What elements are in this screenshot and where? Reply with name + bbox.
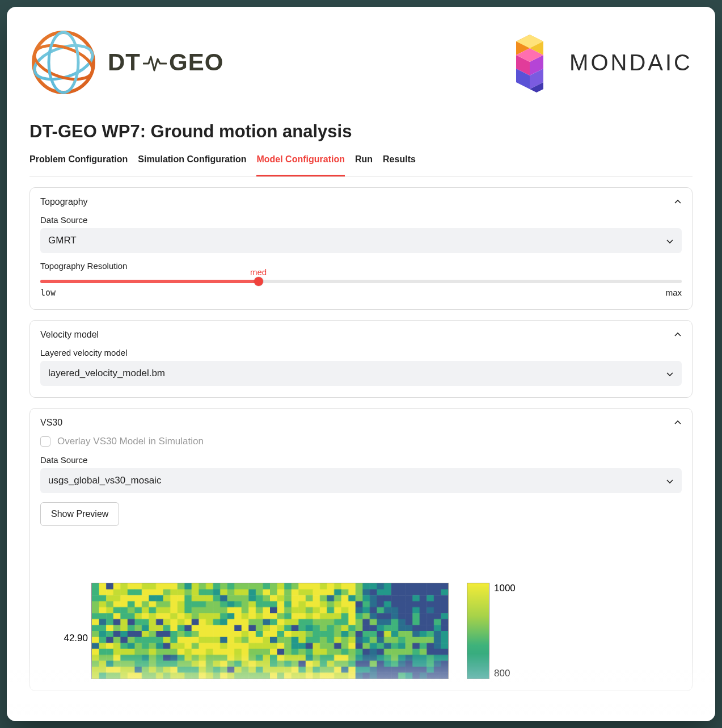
tab-results[interactable]: Results xyxy=(383,152,416,176)
label-topography-data-source: Data Source xyxy=(40,215,682,225)
svg-point-0 xyxy=(33,32,94,92)
pulse-icon xyxy=(143,52,167,73)
slider-value-label: med xyxy=(250,267,267,277)
page-title: DT-GEO WP7: Ground motion analysis xyxy=(29,121,693,142)
tab-run[interactable]: Run xyxy=(355,152,373,176)
tabs: Problem Configuration Simulation Configu… xyxy=(29,152,693,177)
slider-track xyxy=(40,280,682,283)
globe-icon xyxy=(29,28,98,96)
cubes-icon xyxy=(503,31,557,94)
colorbar: 1000 800 xyxy=(467,583,516,679)
logo-text-geo: GEO xyxy=(169,49,223,76)
select-vs30-data-source[interactable]: usgs_global_vs30_mosaic xyxy=(40,468,682,493)
slider-fill xyxy=(40,280,259,283)
card-topography-title: Topography xyxy=(40,197,88,207)
card-vs30-title: VS30 xyxy=(40,418,62,428)
slider-min-label: low xyxy=(40,288,56,298)
card-topography: Topography Data Source GMRT Topography R… xyxy=(29,187,693,310)
slider-thumb[interactable] xyxy=(254,277,263,286)
overlay-vs30-row: Overlay VS30 Model in Simulation xyxy=(40,436,682,447)
show-preview-button[interactable]: Show Preview xyxy=(40,502,119,526)
chevron-up-icon xyxy=(674,331,682,339)
slider-range-labels: low max xyxy=(40,288,682,298)
chevron-up-icon xyxy=(674,419,682,427)
chevron-down-icon xyxy=(666,477,674,485)
label-layered-velocity: Layered velocity model xyxy=(40,348,682,357)
card-velocity: Velocity model Layered velocity model la… xyxy=(29,320,693,398)
select-value: layered_velocity_model.bm xyxy=(48,368,165,379)
dtgeo-logo: DT GEO xyxy=(29,28,223,96)
label-overlay-vs30: Overlay VS30 Model in Simulation xyxy=(57,436,204,447)
svg-point-3 xyxy=(49,32,78,92)
chevron-up-icon xyxy=(674,198,682,206)
tab-model-configuration[interactable]: Model Configuration xyxy=(256,152,345,176)
select-topography-data-source[interactable]: GMRT xyxy=(40,228,682,253)
tab-problem-configuration[interactable]: Problem Configuration xyxy=(29,152,128,176)
header: DT GEO xyxy=(29,23,693,102)
app-window: DT GEO xyxy=(7,7,715,721)
vs30-heatmap: 42.90 1000 800 xyxy=(40,583,682,679)
select-value: GMRT xyxy=(48,235,77,246)
card-vs30: VS30 Overlay VS30 Model in Simulation Da… xyxy=(29,408,693,691)
colorbar-canvas xyxy=(467,583,489,679)
card-topography-header[interactable]: Topography xyxy=(40,197,682,207)
logo-text-dt: DT xyxy=(108,49,141,76)
heatmap-canvas xyxy=(91,583,449,679)
chevron-down-icon xyxy=(666,369,674,377)
mondaic-logo: MONDAIC xyxy=(503,31,693,94)
label-topography-resolution: Topography Resolution xyxy=(40,261,682,271)
dtgeo-text: DT GEO xyxy=(108,49,223,76)
heatmap-ytick: 42.90 xyxy=(40,633,88,644)
mondaic-text: MONDAIC xyxy=(569,50,693,75)
select-value: usgs_global_vs30_mosaic xyxy=(48,475,161,486)
tab-simulation-configuration[interactable]: Simulation Configuration xyxy=(138,152,246,176)
colorbar-tick-bottom: 800 xyxy=(494,668,516,679)
slider-topography-resolution[interactable]: med low max xyxy=(40,280,682,298)
card-vs30-header[interactable]: VS30 xyxy=(40,418,682,428)
checkbox-overlay-vs30[interactable] xyxy=(40,436,50,447)
card-velocity-header[interactable]: Velocity model xyxy=(40,330,682,340)
select-layered-velocity[interactable]: layered_velocity_model.bm xyxy=(40,361,682,386)
colorbar-tick-top: 1000 xyxy=(494,583,516,594)
chevron-down-icon xyxy=(666,237,674,245)
label-vs30-data-source: Data Source xyxy=(40,455,682,465)
colorbar-ticks: 1000 800 xyxy=(494,583,516,679)
slider-max-label: max xyxy=(666,288,682,298)
card-velocity-title: Velocity model xyxy=(40,330,99,340)
